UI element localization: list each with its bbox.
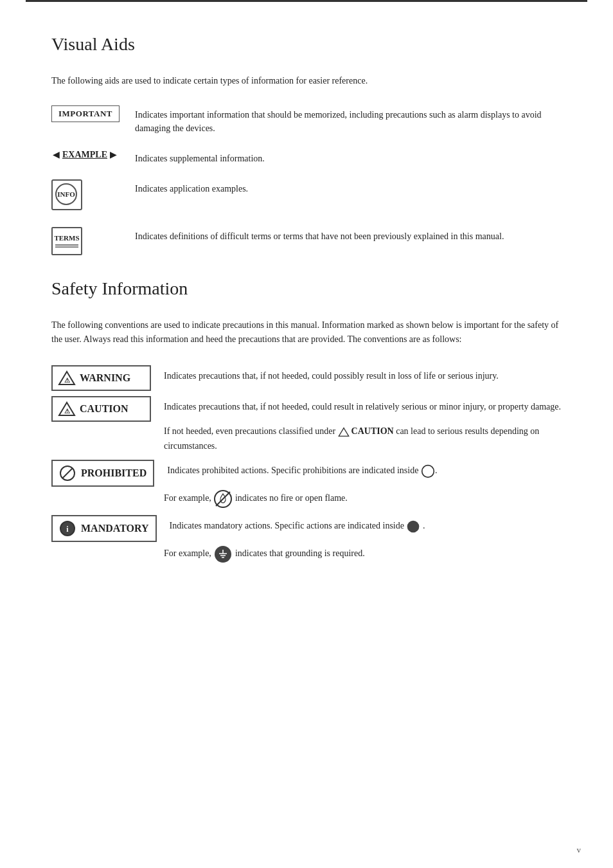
svg-marker-4 xyxy=(339,428,348,436)
left-arrow-icon: ◀ xyxy=(53,149,60,160)
info-label: INFO xyxy=(57,190,75,198)
mandatory-small-filled-circle-icon xyxy=(406,520,420,534)
svg-text:⚠: ⚠ xyxy=(64,377,70,384)
warning-triangle-icon: ⚠ xyxy=(58,370,76,386)
svg-point-13 xyxy=(215,546,231,563)
safety-information-title: Safety Information xyxy=(51,278,562,299)
svg-point-12 xyxy=(407,521,420,533)
visual-aids-intro: The following aids are used to indicate … xyxy=(51,74,562,87)
caution-icon-wrap: ⚠ CAUTION xyxy=(51,396,151,422)
info-aid-item: INFO Indicates application examples. xyxy=(51,179,562,213)
example-icon: ◀ EXAMPLE ▶ xyxy=(51,149,122,160)
example-description: Indicates supplemental information. xyxy=(135,149,265,165)
inline-caution-icon: CAUTION xyxy=(338,424,394,439)
inline-caution-label: CAUTION xyxy=(351,424,394,439)
important-description: Indicates important information that sho… xyxy=(135,105,562,135)
grounding-icon xyxy=(213,545,233,564)
mandatory-description: Indicates mandatory actions. Specific ac… xyxy=(170,515,425,534)
caution-box: ⚠ CAUTION xyxy=(51,396,151,422)
caution-sub-text1: If not heeded, even precautions classifi… xyxy=(164,426,335,436)
example-aid-item: ◀ EXAMPLE ▶ Indicates supplemental infor… xyxy=(51,149,562,165)
caution-triangle-icon: ⚠ xyxy=(58,401,76,417)
svg-line-6 xyxy=(62,468,73,478)
warning-icon-wrap: ⚠ WARNING xyxy=(51,365,151,391)
prohibited-desc-text: Indicates prohibited actions. Specific p… xyxy=(167,466,418,475)
prohibited-row: PROHIBITED Indicates prohibited actions.… xyxy=(51,460,562,487)
important-icon: IMPORTANT xyxy=(51,105,122,122)
mandatory-for-example: For example, xyxy=(164,548,211,558)
prohibited-example-desc: indicates no fire or open flame. xyxy=(235,493,348,503)
important-box: IMPORTANT xyxy=(51,105,120,122)
info-description: Indicates application examples. xyxy=(135,179,248,195)
prohibited-small-circle-icon xyxy=(421,464,435,478)
example-label: EXAMPLE xyxy=(62,150,107,160)
svg-text:⚠: ⚠ xyxy=(64,408,70,415)
terms-aid-item: TERMS Indicates definitions of difficult… xyxy=(51,227,562,259)
warning-box: ⚠ WARNING xyxy=(51,365,151,391)
inline-triangle-icon xyxy=(338,427,350,437)
mandatory-row: i MANDATORY Indicates mandatory actions.… xyxy=(51,515,562,542)
mandatory-box: i MANDATORY xyxy=(51,515,157,542)
important-aid-item: IMPORTANT Indicates important informatio… xyxy=(51,105,562,135)
page-number: v xyxy=(577,845,582,855)
prohibited-for-example: For example, xyxy=(164,493,211,503)
terms-label: TERMS xyxy=(53,234,81,242)
prohibited-icon-wrap: PROHIBITED xyxy=(51,460,154,487)
visual-aids-title: Visual Aids xyxy=(51,34,562,55)
right-arrow-icon: ▶ xyxy=(110,149,117,160)
prohibited-label: PROHIBITED xyxy=(81,467,147,479)
terms-description: Indicates definitions of difficult terms… xyxy=(135,227,504,243)
svg-point-7 xyxy=(422,466,434,478)
caution-sub-description: If not heeded, even precautions classifi… xyxy=(164,424,562,453)
warning-description: Indicates precautions that, if not heede… xyxy=(164,365,499,383)
prohibited-sub-description: For example, indicates no fire or open f… xyxy=(164,489,562,509)
caution-label: CAUTION xyxy=(80,403,129,415)
prohibited-description: Indicates prohibited actions. Specific p… xyxy=(167,460,437,478)
prohibited-box: PROHIBITED xyxy=(51,460,154,487)
info-icon-wrap: INFO xyxy=(51,179,122,213)
mandatory-filled-circle-icon: i xyxy=(59,520,76,537)
caution-item: ⚠ CAUTION Indicates precautions that, if… xyxy=(51,396,562,422)
terms-icon-wrap: TERMS xyxy=(51,227,122,259)
prohibited-circle-slash-icon xyxy=(59,465,76,482)
warning-item: ⚠ WARNING Indicates precautions that, if… xyxy=(51,365,562,391)
mandatory-desc-text: Indicates mandatory actions. Specific ac… xyxy=(170,521,404,530)
warning-label: WARNING xyxy=(80,372,130,384)
mandatory-example-desc: indicates that grounding is required. xyxy=(235,548,365,558)
caution-description: Indicates precautions that, if not heede… xyxy=(164,396,561,414)
safety-intro: The following conventions are used to in… xyxy=(51,318,562,347)
mandatory-sub-description: For example, indicates that grounding is… xyxy=(164,545,562,564)
no-fire-icon xyxy=(213,489,233,509)
mandatory-icon-wrap: i MANDATORY xyxy=(51,515,157,542)
mandatory-label: MANDATORY xyxy=(81,523,149,534)
